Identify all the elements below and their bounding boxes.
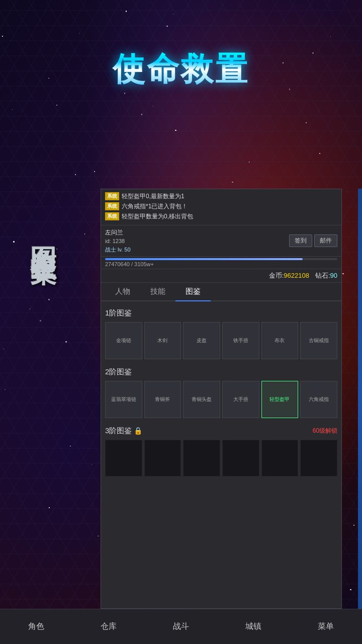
progress-text: 27470640 / 3105w+ (105, 261, 337, 267)
item-cell-0-1[interactable]: 木剑 (144, 322, 182, 359)
item-cell-1-4[interactable]: 轻型盔甲 (261, 381, 299, 418)
item-cell-2-5[interactable] (300, 440, 337, 477)
side-label: 图鉴收集 (25, 226, 60, 243)
item-cell-1-2[interactable]: 青铜头盔 (183, 381, 220, 418)
user-details: 左问兰 id: 1238 战士 lv. 50 (105, 228, 131, 254)
notification-text: 轻型盔甲0,最新数量为1 (122, 192, 185, 201)
section-header-2: 3阶图鉴🔒60级解锁 (105, 426, 337, 436)
nav-item-战斗[interactable]: 战斗 (163, 617, 199, 636)
item-cell-2-2[interactable] (183, 440, 220, 477)
nav-item-仓库[interactable]: 仓库 (90, 617, 127, 636)
item-grid-1: 蓝翡翠项链青铜斧青铜头盔大手捂轻型盔甲六角戒指 (105, 381, 337, 418)
item-label-0-5: 古铜戒指 (309, 338, 329, 344)
item-cell-2-4[interactable] (261, 440, 299, 477)
nav-item-菜单[interactable]: 菜单 (308, 617, 344, 636)
item-cell-1-0[interactable]: 蓝翡翠项链 (105, 381, 142, 418)
user-id: id: 1238 (105, 237, 131, 246)
item-label-1-3: 大手捂 (233, 396, 248, 403)
system-badge: 系统 (105, 212, 119, 220)
item-cell-1-3[interactable]: 大手捂 (222, 381, 259, 418)
nav-item-城镇[interactable]: 城镇 (235, 617, 272, 636)
currency-row: 金币:9622108 钻石:90 (101, 269, 341, 283)
item-cell-2-0[interactable] (105, 440, 142, 477)
section-title-1: 2阶图鉴 (105, 367, 132, 377)
item-cell-0-3[interactable]: 铁手捂 (222, 322, 259, 359)
item-label-0-0: 金项链 (116, 338, 131, 344)
item-cell-0-5[interactable]: 古铜戒指 (300, 322, 337, 359)
item-label-1-5: 六角戒指 (309, 396, 329, 403)
notification-text: 六角戒指*1已进入背包！ (122, 202, 188, 211)
item-cell-0-0[interactable]: 金项链 (105, 322, 142, 359)
game-title: 使命救置 (80, 50, 282, 89)
gold-label: 金币:9622108 (269, 271, 309, 280)
section-1: 2阶图鉴蓝翡翠项链青铜斧青铜头盔大手捂轻型盔甲六角戒指 (105, 367, 337, 418)
title-area: 使命救置 (80, 50, 282, 89)
user-name: 左问兰 (105, 228, 131, 237)
lock-icon-2: 🔒 (134, 427, 142, 435)
sign-button[interactable]: 签到 (289, 234, 312, 247)
tab-人物[interactable]: 人物 (105, 283, 140, 300)
section-header-0: 1阶图鉴 (105, 308, 337, 318)
item-label-0-4: 布衣 (275, 338, 285, 344)
section-2: 3阶图鉴🔒60级解锁 (105, 426, 337, 477)
unlock-text-2: 60级解锁 (313, 427, 337, 435)
section-0: 1阶图鉴金项链木剑皮盔铁手捂布衣古铜戒指 (105, 308, 337, 359)
notification-row-1: 系统 六角戒指*1已进入背包！ (105, 202, 337, 211)
item-cell-0-2[interactable]: 皮盔 (183, 322, 220, 359)
tab-bar: 人物技能图鉴 (101, 283, 341, 301)
item-label-0-2: 皮盔 (197, 338, 207, 344)
item-label-0-3: 铁手捂 (233, 338, 248, 344)
system-badge: 系统 (105, 202, 119, 210)
progress-bar-area: 27470640 / 3105w+ (101, 257, 341, 269)
item-label-1-2: 青铜头盔 (192, 396, 212, 403)
progress-bar-fill (105, 258, 303, 260)
bottom-nav: 角色仓库战斗城镇菜单 (0, 609, 362, 644)
main-panel: 系统 轻型盔甲0,最新数量为1 系统 六角戒指*1已进入背包！ 系统 轻型盔甲数… (101, 189, 342, 609)
item-cell-0-4[interactable]: 布衣 (261, 322, 299, 359)
progress-bar-bg (105, 258, 337, 260)
tab-图鉴[interactable]: 图鉴 (175, 283, 211, 300)
item-cell-2-1[interactable] (144, 440, 182, 477)
notification-area: 系统 轻型盔甲0,最新数量为1 系统 六角戒指*1已进入背包！ 系统 轻型盔甲数… (101, 189, 341, 225)
notification-text: 轻型盔甲数量为0,移出背包 (122, 212, 193, 221)
section-title-0: 1阶图鉴 (105, 308, 132, 318)
content-area[interactable]: 1阶图鉴金项链木剑皮盔铁手捂布衣古铜戒指2阶图鉴蓝翡翠项链青铜斧青铜头盔大手捂轻… (101, 301, 341, 608)
section-title-2: 3阶图鉴🔒 (105, 426, 142, 436)
item-label-0-1: 木剑 (157, 338, 167, 344)
action-buttons: 签到 邮件 (289, 234, 337, 247)
item-cell-1-1[interactable]: 青铜斧 (144, 381, 182, 418)
diamond-label: 钻石:90 (315, 271, 337, 280)
tab-技能[interactable]: 技能 (140, 283, 175, 300)
system-badge: 系统 (105, 192, 119, 200)
section-header-1: 2阶图鉴 (105, 367, 337, 377)
nav-item-角色[interactable]: 角色 (18, 617, 54, 636)
item-grid-0: 金项链木剑皮盔铁手捂布衣古铜戒指 (105, 322, 337, 359)
item-grid-2 (105, 440, 337, 477)
user-level: 战士 lv. 50 (105, 246, 131, 254)
notification-row-0: 系统 轻型盔甲0,最新数量为1 (105, 192, 337, 201)
item-cell-2-3[interactable] (222, 440, 259, 477)
item-label-1-4: 轻型盔甲 (269, 396, 290, 403)
item-label-1-0: 蓝翡翠项链 (111, 396, 136, 403)
right-edge-decoration (358, 189, 362, 609)
mail-button[interactable]: 邮件 (314, 234, 337, 247)
user-info-bar: 左问兰 id: 1238 战士 lv. 50 签到 邮件 (101, 225, 341, 257)
item-label-1-1: 青铜斧 (155, 396, 170, 403)
notification-row-2: 系统 轻型盔甲数量为0,移出背包 (105, 212, 337, 221)
item-cell-1-5[interactable]: 六角戒指 (300, 381, 337, 418)
